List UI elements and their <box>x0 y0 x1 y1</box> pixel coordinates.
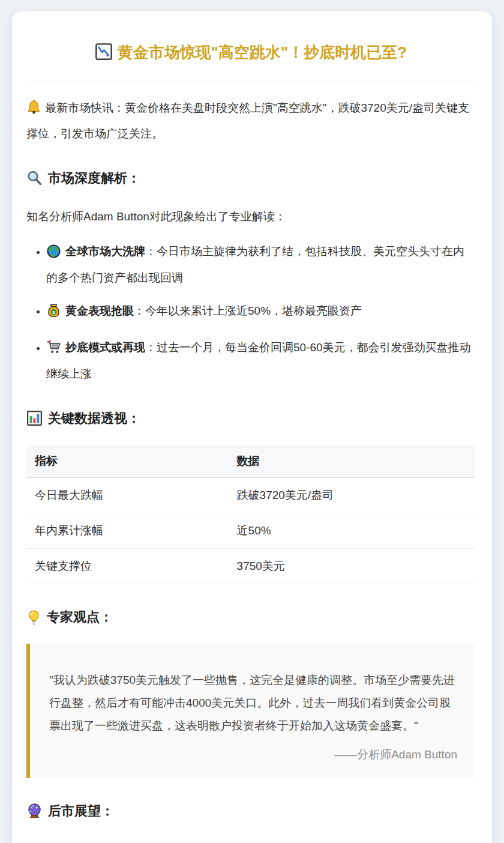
section-heading-analysis: 市场深度解析： <box>26 169 475 192</box>
outlook-paragraph: 当前市场正在测试关键支撑位，若守稳可能再次迎来抄底机会。值得注意的是，黄金公司股… <box>26 839 475 843</box>
light-bulb-icon <box>26 610 41 630</box>
analysis-lead: 知名分析师Adam Button对此现象给出了专业解读： <box>26 205 475 228</box>
section-heading-data-text: 关键数据透视： <box>48 411 140 426</box>
table-row: 年内累计涨幅 近50% <box>26 513 475 549</box>
magnifying-glass-icon <box>26 170 43 192</box>
section-heading-expert-text: 专家观点： <box>47 609 113 624</box>
crystal-ball-icon <box>26 803 43 824</box>
section-heading-outlook-text: 后市展望： <box>48 803 114 818</box>
alert-text: 最新市场快讯：黄金价格在美盘时段突然上演"高空跳水"，跌破3720美元/盎司关键… <box>26 101 469 140</box>
section-heading-outlook: 后市展望： <box>26 802 475 824</box>
bell-icon <box>26 100 41 122</box>
section-heading-data: 关键数据透视： <box>26 409 475 432</box>
page-title-text: 黄金市场惊现"高空跳水"！抄底时机已至? <box>118 43 407 61</box>
table-header-value: 数据 <box>229 445 475 478</box>
table-header-indicator: 指标 <box>26 445 229 478</box>
bar-chart-icon <box>26 410 43 432</box>
globe-icon <box>46 244 61 267</box>
bullet-label: 抄底模式或再现 <box>65 341 145 354</box>
article-card: 黄金市场惊现"高空跳水"！抄底时机已至? 最新市场快讯：黄金价格在美盘时段突然上… <box>12 11 492 843</box>
shopping-cart-icon <box>46 340 61 363</box>
bullet-text: ：今年以来累计上涨近50%，堪称最亮眼资产 <box>134 304 362 317</box>
quote-text: "我认为跌破3750美元触发了一些抛售，这完全是健康的调整。市场至少需要先进行盘… <box>49 669 457 737</box>
quote-attribution: ——分析师Adam Button <box>49 747 457 763</box>
table-header-row: 指标 数据 <box>26 445 475 478</box>
bullet-label: 黄金表现抢眼 <box>65 304 134 317</box>
chart-decreasing-icon <box>95 43 113 67</box>
title-divider <box>26 82 475 82</box>
expert-quote-block: "我认为跌破3750美元触发了一些抛售，这完全是健康的调整。市场至少需要先进行盘… <box>26 644 475 778</box>
table-row: 关键支撑位 3750美元 <box>26 549 475 584</box>
table-cell-value: 3750美元 <box>229 549 475 584</box>
page-title: 黄金市场惊现"高空跳水"！抄底时机已至? <box>26 41 475 67</box>
key-data-table: 指标 数据 今日最大跌幅 跌破3720美元/盎司 年内累计涨幅 近50% 关键支… <box>26 445 475 584</box>
list-item: 抄底模式或再现：过去一个月，每当金价回调50-60美元，都会引发强劲买盘推动继续… <box>46 336 475 385</box>
table-cell-indicator: 年内累计涨幅 <box>26 513 229 549</box>
list-item: 全球市场大洗牌：今日市场主旋律为获利了结，包括科技股、美元空头头寸在内的多个热门… <box>46 240 475 289</box>
svg-text:$: $ <box>52 310 55 315</box>
alert-paragraph: 最新市场快讯：黄金价格在美盘时段突然上演"高空跳水"，跌破3720美元/盎司关键… <box>26 97 475 145</box>
section-heading-expert: 专家观点： <box>26 608 475 630</box>
table-cell-indicator: 关键支撑位 <box>26 549 229 584</box>
table-cell-value: 跌破3720美元/盎司 <box>229 478 475 513</box>
analysis-bullet-list: 全球市场大洗牌：今日市场主旋律为获利了结，包括科技股、美元空头头寸在内的多个热门… <box>26 240 475 385</box>
table-cell-value: 近50% <box>229 513 475 549</box>
table-cell-indicator: 今日最大跌幅 <box>26 478 229 513</box>
table-row: 今日最大跌幅 跌破3720美元/盎司 <box>26 478 475 513</box>
list-item: $ 黄金表现抢眼：今年以来累计上涨近50%，堪称最亮眼资产 <box>46 300 475 326</box>
bullet-label: 全球市场大洗牌 <box>65 245 145 258</box>
money-bag-icon: $ <box>46 303 61 326</box>
section-heading-analysis-text: 市场深度解析： <box>48 171 140 186</box>
